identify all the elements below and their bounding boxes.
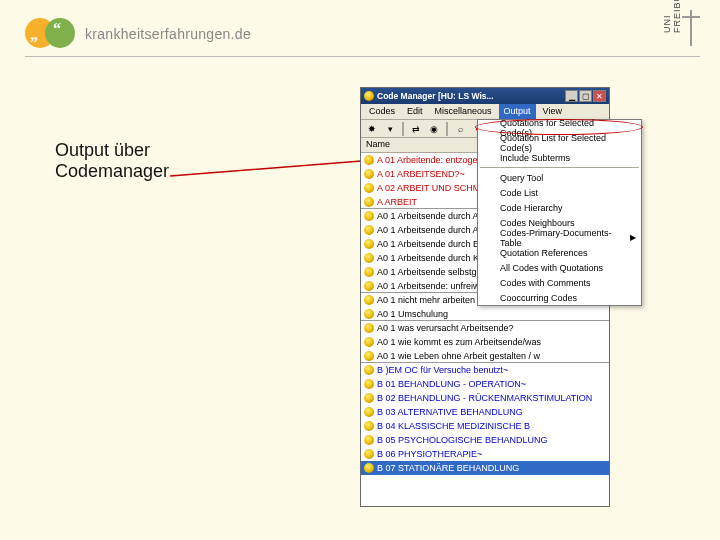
menu-item[interactable]: Include Subterms <box>478 150 641 165</box>
slide-callout: Output über Codemanager <box>55 140 169 182</box>
menu-edit[interactable]: Edit <box>402 104 428 119</box>
app-icon <box>364 91 374 101</box>
menu-item[interactable]: Code List <box>478 185 641 200</box>
code-label: A0 1 Arbeitsende durch Arb <box>377 225 487 235</box>
tool-new-icon[interactable]: ✸ <box>364 121 380 136</box>
minimize-button[interactable]: ▁ <box>565 90 578 102</box>
close-button[interactable]: ✕ <box>593 90 606 102</box>
code-label: A0 1 wie kommt es zum Arbeitsende/was <box>377 337 541 347</box>
code-icon <box>364 155 374 165</box>
uni-label: UNIFREIBURG <box>662 23 682 33</box>
menu-item[interactable]: All Codes with Quotations <box>478 260 641 275</box>
code-row[interactable]: A0 1 wie Leben ohne Arbeit gestalten / w <box>361 349 609 363</box>
code-label: A0 1 Umschulung <box>377 309 448 319</box>
cross-icon <box>682 10 700 46</box>
code-icon <box>364 337 374 347</box>
menu-codes[interactable]: Codes <box>364 104 400 119</box>
code-icon <box>364 379 374 389</box>
quote-open-icon: “ <box>53 20 61 38</box>
code-label: B 06 PHYSIOTHERAPIE~ <box>377 449 482 459</box>
toolbar-separator <box>402 122 404 136</box>
code-label: B 04 KLASSISCHE MEDIZINISCHE B <box>377 421 530 431</box>
code-label: B 05 PSYCHOLOGISCHE BEHANDLUNG <box>377 435 548 445</box>
code-label: A0 1 Arbeitsende selbstge <box>377 267 482 277</box>
quote-close-icon: „ <box>30 26 38 44</box>
code-row[interactable]: B 07 STATIONÄRE BEHANDLUNG <box>361 461 609 475</box>
menu-item[interactable]: Cooccurring Codes <box>478 290 641 305</box>
code-row[interactable]: B 06 PHYSIOTHERAPIE~ <box>361 447 609 461</box>
window-title: Code Manager [HU: LS Wis... <box>377 91 562 101</box>
code-label: A 01 ARBEITSEND?~ <box>377 169 465 179</box>
brand-text: krankheitserfahrungen.de <box>85 26 251 42</box>
code-icon <box>364 309 374 319</box>
code-label: B 02 BEHANDLUNG - RÜCKENMARKSTIMULATION <box>377 393 592 403</box>
code-row[interactable]: B 01 BEHANDLUNG - OPERATION~ <box>361 377 609 391</box>
code-label: B 07 STATIONÄRE BEHANDLUNG <box>377 463 519 473</box>
code-icon <box>364 295 374 305</box>
menu-misc[interactable]: Miscellaneous <box>430 104 497 119</box>
submenu-arrow-icon: ▶ <box>630 233 636 242</box>
code-row[interactable]: A0 1 wie kommt es zum Arbeitsende/was <box>361 335 609 349</box>
code-icon <box>364 365 374 375</box>
code-icon <box>364 435 374 445</box>
menu-separator <box>480 167 639 168</box>
menu-item[interactable]: Quotation List for Selected Code(s) <box>478 135 641 150</box>
code-icon <box>364 267 374 277</box>
code-icon <box>364 197 374 207</box>
code-label: A 01 Arbeitende: entzogen <box>377 155 483 165</box>
callout-line-1: Output über <box>55 140 169 161</box>
code-label: A0 1 Arbeitsende durch Alt <box>377 211 483 221</box>
code-row[interactable]: B 04 KLASSISCHE MEDIZINISCHE B <box>361 419 609 433</box>
code-row[interactable]: B )EM OC für Versuche benutzt~ <box>361 363 609 377</box>
menu-item[interactable]: Quotation References <box>478 245 641 260</box>
code-label: A0 1 wie Leben ohne Arbeit gestalten / w <box>377 351 540 361</box>
code-row[interactable]: A0 1 Umschulung <box>361 307 609 321</box>
tool-link-icon[interactable]: ⇄ <box>408 121 424 136</box>
tool-sort-icon[interactable]: ▾ <box>382 121 398 136</box>
code-icon <box>364 253 374 263</box>
code-icon <box>364 421 374 431</box>
menu-item[interactable]: Query Tool <box>478 170 641 185</box>
code-label: A0 1 Arbeitsende: unfreiwi <box>377 281 482 291</box>
code-row[interactable]: B 03 ALTERNATIVE BEHANDLUNG <box>361 405 609 419</box>
page-header: „ “ krankheitserfahrungen.de <box>25 18 251 50</box>
code-label: B 03 ALTERNATIVE BEHANDLUNG <box>377 407 523 417</box>
code-label: A0 1 Arbeitsende durch Erk <box>377 239 487 249</box>
code-icon <box>364 449 374 459</box>
code-icon <box>364 323 374 333</box>
code-label: B 01 BEHANDLUNG - OPERATION~ <box>377 379 526 389</box>
toolbar-separator <box>446 122 448 136</box>
code-icon <box>364 351 374 361</box>
code-row[interactable]: B 05 PSYCHOLOGISCHE BEHANDLUNG <box>361 433 609 447</box>
code-icon <box>364 225 374 235</box>
brand-logo: „ “ <box>25 18 77 50</box>
code-row[interactable]: B 02 BEHANDLUNG - RÜCKENMARKSTIMULATION <box>361 391 609 405</box>
uni-badge: UNIFREIBURG <box>667 10 700 46</box>
code-icon <box>364 211 374 221</box>
header-rule <box>25 56 700 57</box>
tool-network-icon[interactable]: ◉ <box>426 121 442 136</box>
code-icon <box>364 183 374 193</box>
menu-item[interactable]: Codes with Comments <box>478 275 641 290</box>
code-row[interactable]: A0 1 was verursacht Arbeitsende? <box>361 321 609 335</box>
code-label: A0 1 was verursacht Arbeitsende? <box>377 323 514 333</box>
code-label: A ARBEIT <box>377 197 417 207</box>
code-label: A 02 ARBEIT UND SCHMER <box>377 183 493 193</box>
code-icon <box>364 281 374 291</box>
code-icon <box>364 239 374 249</box>
menu-item[interactable]: Codes-Primary-Documents-Table▶ <box>478 230 641 245</box>
code-label: A0 1 Arbeitsende durch Kü <box>377 253 484 263</box>
callout-line-2: Codemanager <box>55 161 169 182</box>
code-icon <box>364 463 374 473</box>
code-icon <box>364 393 374 403</box>
code-label: B )EM OC für Versuche benutzt~ <box>377 365 508 375</box>
code-icon <box>364 407 374 417</box>
output-dropdown: Quotations for Selected Code(s)Quotation… <box>477 119 642 306</box>
maximize-button[interactable]: ▢ <box>579 90 592 102</box>
titlebar[interactable]: Code Manager [HU: LS Wis... ▁ ▢ ✕ <box>361 88 609 104</box>
menu-item[interactable]: Code Hierarchy <box>478 200 641 215</box>
tool-search-icon[interactable]: ⌕ <box>452 121 468 136</box>
code-icon <box>364 169 374 179</box>
